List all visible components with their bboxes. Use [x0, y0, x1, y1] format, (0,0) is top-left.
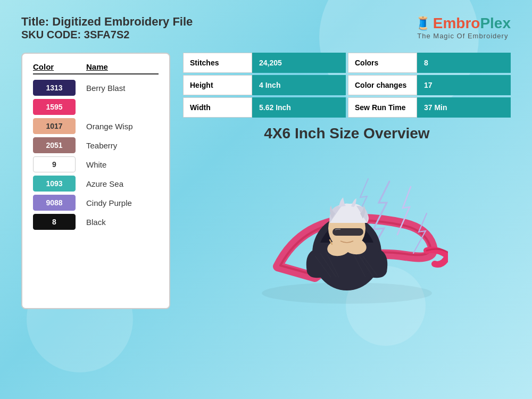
- content-area: Color Name 1313 Berry Blast 1595 1017 Or…: [21, 53, 511, 309]
- logo-plex: Plex: [480, 15, 511, 31]
- color-rows: 1313 Berry Blast 1595 1017 Orange Wisp 2…: [33, 80, 159, 230]
- color-swatch: 1017: [33, 118, 76, 134]
- color-row: 1595: [33, 99, 159, 115]
- stat-label: Sew Run Time: [348, 97, 417, 118]
- stat-value: 24,205: [252, 53, 346, 73]
- sku-line: SKU CODE: 3SFA7S2: [21, 29, 193, 41]
- embroidery-preview: [183, 149, 511, 309]
- stat-row: Height 4 Inch: [183, 75, 346, 95]
- header-left: Title: Digitized Embroidery File SKU COD…: [21, 15, 193, 41]
- stat-row: Width 5.62 Inch: [183, 97, 346, 118]
- logo-tagline: The Magic Of Embroidery: [417, 32, 508, 40]
- stat-value: 37 Min: [417, 97, 511, 118]
- size-overview-title: 4X6 Inch Size Overview: [183, 125, 511, 142]
- color-swatch: 1595: [33, 99, 76, 115]
- color-row: 9088 Cindy Purple: [33, 195, 159, 211]
- stat-value: 17: [417, 75, 511, 95]
- color-row: 1093 Azure Sea: [33, 176, 159, 192]
- col-name-label: Name: [86, 62, 108, 71]
- right-side: Stitches 24,205 Height 4 Inch Width 5.62…: [183, 53, 511, 309]
- stats-table: Stitches 24,205 Height 4 Inch Width 5.62…: [183, 53, 511, 118]
- embroidery-illustration: [246, 149, 448, 309]
- color-row: 1017 Orange Wisp: [33, 118, 159, 134]
- stat-label: Colors: [348, 53, 417, 73]
- stats-left: Stitches 24,205 Height 4 Inch Width 5.62…: [183, 53, 346, 118]
- stat-row: Color changes 17: [348, 75, 511, 95]
- page-title: Title: Digitized Embroidery File: [21, 15, 193, 29]
- color-table-header: Color Name: [33, 62, 159, 74]
- color-row: 1313 Berry Blast: [33, 80, 159, 96]
- stat-value: 8: [417, 53, 511, 73]
- color-swatch: 2051: [33, 137, 76, 153]
- stat-label: Width: [183, 97, 252, 118]
- title-value: Digitized Embroidery File: [52, 15, 193, 28]
- stat-row: Colors 8: [348, 53, 511, 73]
- color-swatch: 1093: [33, 176, 76, 192]
- stat-label: Stitches: [183, 53, 252, 73]
- title-prefix: Title:: [21, 15, 52, 28]
- col-color-label: Color: [33, 62, 76, 71]
- stat-row: Stitches 24,205: [183, 53, 346, 73]
- color-name: Black: [86, 218, 106, 227]
- sku-value: 3SFA7S2: [84, 29, 130, 40]
- logo-icon: 🧵: [415, 16, 431, 31]
- color-name: Azure Sea: [86, 179, 123, 188]
- color-row: 8 Black: [33, 214, 159, 230]
- stat-row: Sew Run Time 37 Min: [348, 97, 511, 118]
- logo-text: EmbroPlex: [433, 15, 511, 32]
- stat-label: Height: [183, 75, 252, 95]
- color-name: Orange Wisp: [86, 122, 133, 131]
- color-row: 2051 Teaberry: [33, 137, 159, 153]
- stat-label: Color changes: [348, 75, 417, 95]
- color-name: Cindy Purple: [86, 198, 132, 207]
- color-swatch: 1313: [33, 80, 76, 96]
- color-name: White: [86, 160, 106, 169]
- logo-embr: Embro: [433, 15, 480, 31]
- color-swatch: 8: [33, 214, 76, 230]
- color-swatch: 9: [33, 156, 76, 172]
- color-row: 9 White: [33, 156, 159, 172]
- sku-label: SKU CODE:: [21, 29, 84, 40]
- page-header: Title: Digitized Embroidery File SKU COD…: [21, 15, 511, 41]
- color-name: Berry Blast: [86, 84, 125, 93]
- stat-value: 4 Inch: [252, 75, 346, 95]
- color-swatch: 9088: [33, 195, 76, 211]
- color-table: Color Name 1313 Berry Blast 1595 1017 Or…: [21, 53, 170, 309]
- color-name: Teaberry: [86, 141, 117, 150]
- stat-value: 5.62 Inch: [252, 97, 346, 118]
- logo-area: 🧵 EmbroPlex The Magic Of Embroidery: [415, 15, 511, 40]
- stats-right: Colors 8 Color changes 17 Sew Run Time 3…: [348, 53, 511, 118]
